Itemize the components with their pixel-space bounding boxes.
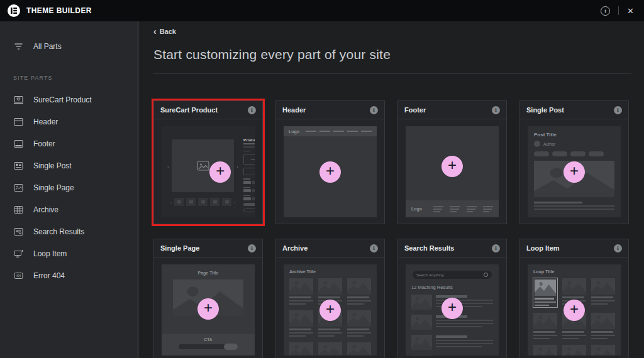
sidebar-item-single-page[interactable]: Single Page: [0, 176, 138, 198]
card-single-page[interactable]: Single Page i Page Title CTA +: [153, 239, 263, 358]
carousel-next-icon: ›: [234, 200, 235, 204]
divider: [153, 73, 631, 74]
back-button[interactable]: ‹ Back: [153, 27, 176, 36]
card-header[interactable]: Header i Logo +: [275, 100, 385, 224]
sidebar-item-single-post[interactable]: Single Post: [0, 155, 138, 176]
image-placeholder: [591, 345, 615, 355]
post-thumbnail: [533, 313, 557, 339]
single-post-preview: Post Title Author +: [528, 126, 621, 217]
info-icon[interactable]: i: [370, 244, 378, 252]
footer-links-placeholder: [467, 206, 477, 212]
sidebar-item-search-results[interactable]: Search Results: [0, 220, 138, 242]
add-part-button[interactable]: +: [564, 300, 585, 321]
sidebar-item-label: Loop Item: [33, 249, 67, 258]
post-thumbnail: [533, 278, 557, 307]
add-part-button[interactable]: +: [209, 161, 231, 183]
product-thumbnail: [198, 198, 208, 206]
single-post-icon: [13, 161, 24, 171]
card-loop-item[interactable]: Loop Item i Loop Title: [519, 239, 629, 358]
add-part-button[interactable]: +: [441, 156, 463, 177]
product-thumbnail: [222, 198, 231, 206]
mountain-icon: [289, 278, 313, 295]
product-thumbnail: [186, 198, 196, 206]
post-thumbnail: [318, 342, 342, 355]
image-placeholder: [411, 335, 432, 350]
info-icon[interactable]: i: [248, 244, 256, 252]
post-thumbnail: [347, 342, 371, 355]
surecart-preview: ‹ › ‹ ›: [162, 126, 255, 217]
single-page-preview: Page Title CTA +: [162, 264, 255, 355]
card-search-results[interactable]: Search Results i Search Anything 12 Mach…: [397, 239, 507, 358]
product-title: Product Title: [243, 138, 255, 142]
info-icon[interactable]: i: [492, 106, 500, 114]
sidebar-item-error-404[interactable]: 404 Error 404: [0, 264, 138, 286]
card-title: Single Page: [160, 244, 199, 252]
info-icon[interactable]: i: [614, 244, 622, 252]
main-content: ‹ Back Start customizing every part of y…: [138, 21, 644, 358]
sidebar-item-loop-item[interactable]: Loop Item: [0, 242, 138, 264]
logo-placeholder: Logo: [289, 129, 299, 134]
search-placeholder-text: Search Anything: [416, 273, 444, 277]
card-title: Loop Item: [526, 244, 560, 252]
add-part-button[interactable]: +: [197, 298, 219, 320]
info-icon[interactable]: i: [248, 106, 256, 114]
sidebar-item-header[interactable]: Header: [0, 111, 138, 133]
sidebar-item-surecart-product[interactable]: SureCart Product: [0, 89, 138, 111]
image-placeholder: [289, 310, 313, 327]
add-to-cart-placeholder: [243, 203, 255, 206]
close-icon[interactable]: ✕: [627, 6, 634, 16]
sidebar-item-label: Footer: [33, 139, 55, 148]
post-thumbnail: [289, 278, 313, 305]
image-placeholder: [411, 295, 432, 310]
card-surecart-product[interactable]: SureCart Product i ‹ ›: [153, 100, 263, 224]
cta-label: CTA: [162, 337, 255, 342]
sidebar-item-archive[interactable]: Archive: [0, 198, 138, 220]
post-thumbnail: [347, 310, 371, 337]
image-placeholder: [289, 342, 313, 355]
card-archive[interactable]: Archive i Archive Title: [275, 239, 385, 358]
mountain-icon: [318, 278, 342, 295]
mountain-icon: [535, 279, 556, 296]
info-icon[interactable]: i: [492, 244, 500, 252]
image-icon: [197, 161, 209, 171]
image-placeholder: [562, 278, 586, 295]
post-thumbnail: [289, 310, 313, 337]
add-part-button[interactable]: +: [319, 300, 341, 321]
mountain-icon: [347, 278, 371, 295]
mountain-icon: [411, 315, 432, 330]
product-thumbnail: [210, 198, 219, 206]
mountain-icon: [289, 342, 313, 355]
author-label: Author: [543, 142, 555, 146]
sidebar-item-footer[interactable]: Footer: [0, 133, 138, 155]
card-title: Single Post: [526, 106, 564, 114]
loop-title-placeholder: Loop Title: [533, 269, 615, 274]
image-placeholder: [347, 342, 371, 355]
mountain-icon: [347, 342, 371, 355]
sidebar-item-all-parts[interactable]: All Parts: [0, 36, 138, 56]
add-part-button[interactable]: +: [319, 161, 341, 183]
image-placeholder: [591, 313, 615, 329]
topbar: THEME BUILDER i ✕: [0, 0, 644, 21]
card-single-post[interactable]: Single Post i Post Title Author: [519, 100, 629, 224]
back-chevron-icon: ‹: [153, 28, 157, 35]
loop-item-preview: Loop Title: [528, 264, 621, 355]
nav-link-placeholder: [306, 131, 316, 132]
mountain-icon: [318, 342, 342, 355]
post-thumbnail: [591, 345, 615, 355]
surecart-product-icon: [13, 95, 24, 105]
info-icon[interactable]: i: [614, 106, 622, 114]
info-icon[interactable]: i: [370, 106, 378, 114]
add-part-button[interactable]: +: [564, 161, 585, 183]
mountain-icon: [411, 335, 432, 350]
post-thumbnail: [591, 313, 615, 339]
header-icon: [13, 117, 24, 127]
sidebar-item-label: Header: [33, 117, 58, 126]
sidebar-item-label: Search Results: [33, 227, 84, 236]
footer-links-placeholder: [433, 206, 443, 212]
add-part-button[interactable]: +: [441, 298, 463, 319]
card-footer[interactable]: Footer i + Logo: [397, 100, 507, 224]
archive-icon: [13, 205, 24, 215]
sidebar-item-label: Single Post: [33, 161, 72, 170]
loop-item-icon: [13, 249, 24, 259]
help-icon[interactable]: i: [601, 6, 610, 16]
